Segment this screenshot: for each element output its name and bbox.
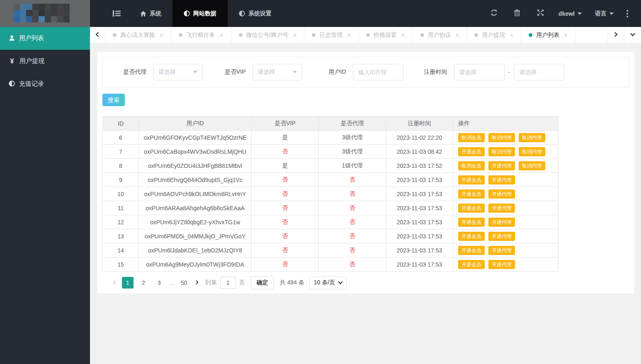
row-id: 11 [103,201,139,215]
tab-user-withdraw[interactable]: 用户提现× [467,27,521,43]
page-button-50[interactable]: 50 [178,277,190,289]
next-page-button[interactable] [192,277,202,289]
app-logo [0,0,90,27]
vip-filter-select[interactable]: 请选择 [253,64,302,80]
language-label: 语言 [595,10,607,17]
reg-time-end-input[interactable] [514,64,564,80]
open-agent-button[interactable]: 开通代理 [488,189,515,199]
page-button-2[interactable]: 2 [138,277,149,289]
cancel-agent-button[interactable]: 取消代理 [519,133,545,142]
tab-label: 微信公号/商户号 [246,32,289,39]
cancel-agent-button[interactable]: 取消代理 [519,147,545,156]
page-button-3[interactable]: 3 [153,277,165,289]
agent-filter-select[interactable]: 请选择 [153,64,203,80]
row-reg-time: 2023-11-03 17:53 [386,173,453,187]
tab-label: 价格设置 [374,32,397,39]
row-reg-time: 2023-11-03 17:52 [386,159,453,173]
tab-close-icon[interactable]: × [510,32,513,39]
tab-close-icon[interactable]: × [220,32,223,39]
cancel-agent-button[interactable]: 取消代理 [488,133,515,142]
table-row: 14oxPUm6lJdabKDEI_1ebO2MJzQIY8否否2023-11-… [103,243,558,257]
open-agent-button[interactable]: 开通代理 [488,260,515,269]
clear-cache-button[interactable] [505,0,529,27]
tab-close-icon[interactable]: × [347,32,351,39]
tab-log-management[interactable]: 日志管理× [304,27,359,43]
fullscreen-button[interactable] [529,0,552,27]
page-buttons: 123...50 [120,277,192,289]
pagination: 123...50 到第 页 确定 共 494 条 10 条/页 [102,276,629,289]
tab-user-agreement[interactable]: 用户协议× [413,27,467,43]
nav-item-system-settings[interactable]: 系统设置 [228,0,283,27]
cancel-agent-button[interactable]: 取消代理 [488,147,515,156]
goto-page-input[interactable] [220,277,236,289]
open-agent-button[interactable]: 开通代理 [488,218,515,227]
row-agent: 否 [319,201,386,215]
open-vip-button[interactable]: 开通会员 [458,175,485,184]
open-vip-button[interactable]: 开通会员 [458,147,485,156]
open-vip-button[interactable]: 开通会员 [458,246,485,255]
sidebar-item-recharge-records[interactable]: 充值记录 [0,73,90,95]
tab-user-list[interactable]: 用户列表× [521,27,575,43]
page-button-1[interactable]: 1 [122,277,134,289]
tab-wechat-official-merchant[interactable]: 微信公号/商户号× [231,27,305,43]
row-actions: 开通会员取消代理取消代理 [453,145,558,159]
sidebar-item-user-withdraw[interactable]: ¥ 用户提现 [0,50,90,73]
chevron-down-icon [609,12,614,15]
search-button[interactable]: 搜索 [102,94,125,106]
more-options-button[interactable] [620,0,634,27]
open-agent-button[interactable]: 开通代理 [488,161,515,170]
open-vip-button[interactable]: 开通会员 [458,260,485,269]
open-agent-button[interactable]: 开通代理 [488,204,515,213]
tab-close-icon[interactable]: × [401,32,405,39]
row-user-id: oxPUm6lJdabKDEI_1ebO2MJzQIY8 [139,243,252,257]
tab-close-icon[interactable]: × [564,32,568,39]
language-dropdown[interactable]: 语言 [588,0,620,27]
tab-close-icon[interactable]: × [456,32,459,39]
cancel-vip-button[interactable]: 取消会员 [458,161,485,170]
sidebar-toggle-button[interactable] [104,0,129,27]
tab-status-dot [113,33,117,37]
cancel-vip-button[interactable]: 取消会员 [458,133,485,142]
tab-truth-or-dare[interactable]: 真心话大冒险× [105,27,171,43]
goto-confirm-button[interactable]: 确定 [251,276,274,289]
open-agent-button[interactable]: 开通代理 [488,175,515,184]
nav-item-system[interactable]: 系统 [129,0,172,27]
row-id: 10 [103,187,139,201]
open-vip-button[interactable]: 开通会员 [458,189,485,199]
user-id-input[interactable] [353,64,403,80]
sidebar-item-user-list[interactable]: 用户列表 [0,27,90,50]
tab-close-icon[interactable]: × [293,32,296,39]
nav-item-site-data[interactable]: 网站数据 [172,0,228,27]
row-actions: 开通会员开通代理 [453,243,558,257]
open-agent-button[interactable]: 开通代理 [488,246,515,255]
row-vip: 否 [252,145,319,159]
tabs-scroll-left-button[interactable] [90,27,105,43]
cancel-agent-button[interactable]: 取消代理 [519,161,545,170]
tab-price-settings[interactable]: 价格设置× [359,27,413,43]
open-agent-button[interactable]: 开通代理 [488,232,515,241]
page-unit-label: 页 [239,279,245,286]
tab-flight-chess-task[interactable]: 飞行棋任务× [171,27,231,43]
open-vip-button[interactable]: 开通会员 [458,232,485,241]
tab-bar: 真心话大冒险×飞行棋任务×微信公号/商户号×日志管理×价格设置×用户协议×用户提… [90,27,641,44]
tab-label: 用户列表 [536,32,559,39]
user-menu-dropdown[interactable]: dkewl [552,0,588,27]
filter-label-user-id: 用户ID [329,68,346,76]
row-reg-time: 2023-11-03 08:42 [386,145,453,159]
open-vip-button[interactable]: 开通会员 [458,218,485,227]
row-agent: 3级代理 [319,131,386,145]
user-list-card: 是否代理 请选择 是否VIP 请选择 用户ID 注册时间 - [97,52,634,294]
page-ellipsis: ... [169,279,174,286]
row-user-id: oxPUm6CaBopx4WV3wDsdRsLMjQHU [139,145,252,159]
tab-close-icon[interactable]: × [160,32,163,39]
refresh-button[interactable] [482,0,505,27]
prev-page-button[interactable] [110,277,120,289]
tabs-scroll-right-button[interactable] [607,27,624,43]
page-size-select[interactable]: 10 条/页 [309,276,347,289]
open-vip-button[interactable]: 开通会员 [458,204,485,213]
row-reg-time: 2023-11-03 17:53 [386,187,453,201]
header-agent: 是否代理 [319,116,386,131]
tab-status-dot [312,33,316,37]
tabs-menu-button[interactable] [624,27,641,43]
reg-time-start-input[interactable] [454,64,505,80]
